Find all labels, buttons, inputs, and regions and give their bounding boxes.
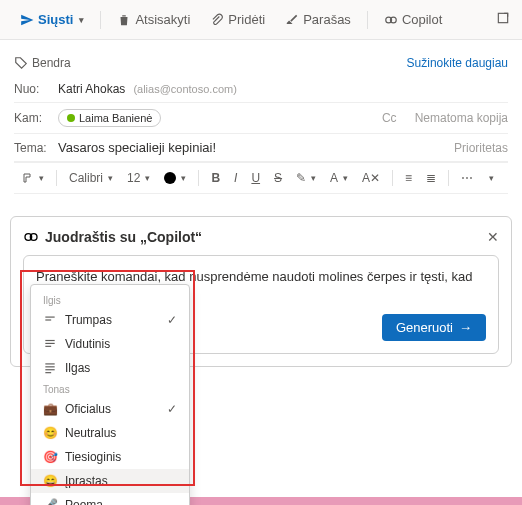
- compose-toolbar: Siųsti ▾ Atsisakyti Pridėti Parašas Copi…: [0, 0, 522, 40]
- svg-rect-9: [45, 319, 51, 320]
- subject-field[interactable]: Tema: Vasaros specialieji kepiniai! Prio…: [14, 134, 508, 162]
- tag-icon: [14, 56, 28, 70]
- tone-option[interactable]: 💼Oficialus✓: [31, 397, 189, 421]
- separator: [100, 11, 101, 29]
- tone-icon: 😊: [43, 426, 57, 440]
- tag-label[interactable]: Bendra: [14, 56, 71, 70]
- send-button[interactable]: Siųsti ▾: [12, 8, 92, 31]
- tone-icon: 😄: [43, 474, 57, 488]
- font-select[interactable]: Calibri▾: [65, 169, 117, 187]
- svg-rect-11: [45, 343, 54, 344]
- color-swatch-icon: [164, 172, 176, 184]
- italic-button[interactable]: I: [230, 169, 241, 187]
- check-icon: ✓: [167, 402, 177, 416]
- svg-rect-15: [45, 369, 54, 370]
- svg-rect-16: [45, 372, 51, 373]
- send-icon: [20, 13, 34, 27]
- from-alias: (alias@contoso.com): [133, 83, 236, 95]
- recipient-pill[interactable]: Laima Banienė: [58, 109, 161, 127]
- paint-icon: [22, 172, 34, 184]
- copilot-logo-icon: [23, 229, 39, 245]
- length-icon: [43, 337, 57, 351]
- send-label: Siųsti: [38, 12, 73, 27]
- strike-button[interactable]: S: [270, 169, 286, 187]
- arrow-right-icon: →: [459, 320, 472, 335]
- trash-icon: [117, 13, 131, 27]
- from-label: Nuo:: [14, 82, 50, 96]
- learn-more-link[interactable]: Sužinokite daugiau: [407, 56, 508, 70]
- svg-rect-2: [498, 13, 507, 22]
- length-option[interactable]: Vidutinis: [31, 332, 189, 356]
- separator: [367, 11, 368, 29]
- signature-button[interactable]: Parašas: [277, 8, 359, 31]
- section-length: Ilgis: [31, 291, 189, 308]
- tone-option[interactable]: 🎯Tiesioginis: [31, 445, 189, 469]
- bullets-button[interactable]: ≡: [401, 169, 416, 187]
- popout-icon: [496, 11, 510, 25]
- highlight-button[interactable]: ✎▾: [292, 169, 320, 187]
- format-bar: ▾ Calibri▾ 12▾ ▾ B I U S ✎▾ A▾ A✕ ≡ ≣ ⋯ …: [14, 162, 508, 194]
- bcc-button[interactable]: Nematoma kopija: [415, 111, 508, 125]
- tone-icon: 🎤: [43, 498, 57, 505]
- section-tone: Tonas: [31, 380, 189, 397]
- underline-button[interactable]: U: [247, 169, 264, 187]
- tone-option[interactable]: 🎤Poema: [31, 493, 189, 505]
- length-option[interactable]: Ilgas: [31, 356, 189, 380]
- length-option[interactable]: Trumpas✓: [31, 308, 189, 332]
- fontcolor-button[interactable]: A▾: [326, 169, 352, 187]
- chevron-down-icon: ▾: [79, 15, 84, 25]
- to-label: Kam:: [14, 111, 50, 125]
- generate-button[interactable]: Generuoti →: [382, 314, 486, 341]
- tone-icon: 💼: [43, 402, 57, 416]
- check-icon: ✓: [167, 313, 177, 327]
- length-icon: [43, 313, 57, 327]
- length-icon: [43, 361, 57, 375]
- svg-rect-14: [45, 366, 54, 367]
- cc-button[interactable]: Cc: [382, 111, 397, 125]
- composer-area: Bendra Sužinokite daugiau Nuo: Katri Aho…: [0, 40, 522, 204]
- presence-icon: [67, 114, 75, 122]
- copilot-title: Juodraštis su „Copilot“: [45, 229, 202, 245]
- subject-text[interactable]: Vasaros specialieji kepiniai!: [58, 140, 216, 155]
- attach-icon: [210, 13, 224, 27]
- svg-rect-13: [45, 363, 54, 364]
- tone-icon: 🎯: [43, 450, 57, 464]
- more-format-button[interactable]: ⋯: [457, 169, 477, 187]
- format-painter-button[interactable]: ▾: [18, 170, 48, 186]
- close-button[interactable]: ✕: [487, 229, 499, 245]
- subject-label: Tema:: [14, 141, 50, 155]
- svg-rect-10: [45, 340, 54, 341]
- svg-rect-8: [45, 317, 54, 318]
- to-field[interactable]: Kam: Laima Banienė Cc Nematoma kopija: [14, 103, 508, 134]
- from-name[interactable]: Katri Ahokas: [58, 82, 125, 96]
- popout-button[interactable]: [496, 11, 510, 28]
- adjust-dropdown: Ilgis Trumpas✓VidutinisIlgas Tonas 💼Ofic…: [30, 284, 190, 505]
- attach-button[interactable]: Pridėti: [202, 8, 273, 31]
- svg-rect-12: [45, 346, 51, 347]
- size-select[interactable]: 12▾: [123, 169, 154, 187]
- numbered-button[interactable]: ≣: [422, 169, 440, 187]
- bold-button[interactable]: B: [207, 169, 224, 187]
- clear-format-button[interactable]: A✕: [358, 169, 384, 187]
- signature-icon: [285, 13, 299, 27]
- discard-button[interactable]: Atsisakyti: [109, 8, 198, 31]
- priority-button[interactable]: Prioritetas: [454, 141, 508, 155]
- expand-format-button[interactable]: ▾: [483, 171, 498, 185]
- color-button[interactable]: ▾: [160, 170, 190, 186]
- tone-option[interactable]: 😊Neutralus: [31, 421, 189, 445]
- copilot-icon: [384, 13, 398, 27]
- copilot-button[interactable]: Copilot: [376, 8, 450, 31]
- tone-option[interactable]: 😄Įprastas: [31, 469, 189, 493]
- from-field: Nuo: Katri Ahokas (alias@contoso.com): [14, 76, 508, 103]
